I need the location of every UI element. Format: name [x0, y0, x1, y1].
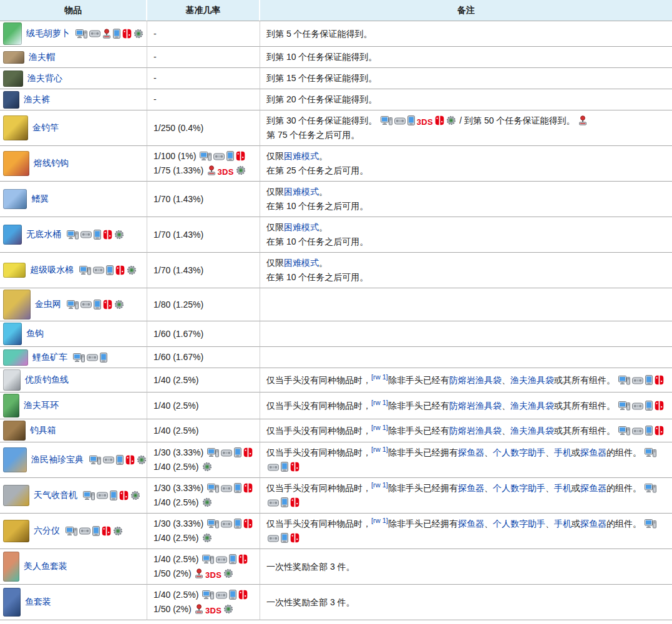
nintendo-switch-icon[interactable] — [238, 590, 248, 600]
console-gamepad-icon[interactable] — [213, 152, 225, 161]
3ds-logo-icon[interactable]: 3DS — [205, 606, 222, 616]
wiki-link[interactable]: 困难模式 — [284, 151, 319, 161]
console-gamepad-icon[interactable] — [632, 427, 643, 436]
tmodloader-gear-icon[interactable] — [223, 568, 233, 578]
item-link[interactable]: 美人鱼套装 — [24, 561, 67, 572]
wiki-link[interactable]: 个人数字助手 — [493, 447, 545, 457]
item-link[interactable]: 金虫网 — [35, 299, 61, 310]
console-gamepad-icon[interactable] — [216, 555, 227, 564]
nintendo-switch-icon[interactable] — [115, 265, 125, 275]
wiki-link[interactable]: 手机 — [554, 519, 572, 529]
item-link[interactable]: 鳍翼 — [31, 193, 49, 205]
console-gamepad-icon[interactable] — [268, 499, 279, 507]
item-link[interactable]: 无底水桶 — [26, 229, 61, 240]
desktop-icon[interactable] — [618, 426, 630, 436]
desktop-icon[interactable] — [89, 455, 101, 465]
desktop-icon[interactable] — [67, 300, 79, 310]
oldgen-joystick-icon[interactable] — [195, 568, 203, 578]
item-link[interactable]: 六分仪 — [34, 525, 60, 537]
mobile-icon[interactable] — [281, 533, 288, 543]
nintendo-switch-icon[interactable] — [102, 526, 111, 536]
nintendo-switch-icon[interactable] — [655, 401, 664, 411]
desktop-icon[interactable] — [75, 29, 87, 39]
console-gamepad-icon[interactable] — [87, 353, 98, 362]
wiki-link[interactable]: 防熔岩渔具袋 — [449, 426, 502, 436]
wiki-link[interactable]: 探鱼器 — [458, 519, 484, 529]
nintendo-switch-icon[interactable] — [122, 29, 132, 39]
reference-link[interactable]: [rw 1] — [371, 517, 388, 524]
nintendo-switch-icon[interactable] — [290, 497, 299, 507]
tmodloader-gear-icon[interactable] — [446, 115, 456, 125]
desktop-icon[interactable] — [67, 230, 79, 240]
item-link[interactable]: 鱼套装 — [25, 597, 51, 608]
item-link[interactable]: 渔夫帽 — [29, 52, 55, 63]
tmodloader-gear-icon[interactable] — [236, 165, 246, 175]
reference-link[interactable]: [rw 1] — [371, 399, 388, 406]
oldgen-joystick-icon[interactable] — [207, 165, 216, 175]
desktop-icon[interactable] — [645, 519, 656, 529]
reference-link[interactable]: [rw 1] — [371, 373, 388, 381]
console-gamepad-icon[interactable] — [394, 117, 406, 125]
mobile-icon[interactable] — [106, 265, 114, 275]
nintendo-switch-icon[interactable] — [125, 455, 135, 465]
console-gamepad-icon[interactable] — [80, 230, 92, 239]
nintendo-switch-icon[interactable] — [119, 490, 129, 500]
tmodloader-gear-icon[interactable] — [114, 230, 124, 240]
item-link[interactable]: 鲤鱼矿车 — [32, 352, 67, 363]
mobile-icon[interactable] — [94, 230, 101, 240]
nintendo-switch-icon[interactable] — [655, 426, 664, 436]
console-gamepad-icon[interactable] — [221, 449, 232, 457]
nintendo-switch-icon[interactable] — [290, 462, 299, 472]
mobile-icon[interactable] — [226, 151, 234, 161]
wiki-link[interactable]: 探鱼器 — [580, 447, 606, 457]
reference-link[interactable]: [rw 1] — [371, 446, 388, 453]
console-gamepad-icon[interactable] — [89, 29, 100, 38]
desktop-icon[interactable] — [79, 265, 91, 275]
item-link[interactable]: 渔民袖珍宝典 — [31, 454, 84, 466]
console-gamepad-icon[interactable] — [632, 376, 643, 385]
console-gamepad-icon[interactable] — [79, 527, 90, 535]
desktop-icon[interactable] — [83, 490, 95, 500]
console-gamepad-icon[interactable] — [97, 491, 108, 500]
nintendo-switch-icon[interactable] — [243, 447, 253, 457]
desktop-icon[interactable] — [200, 151, 212, 161]
desktop-icon[interactable] — [202, 554, 214, 564]
console-gamepad-icon[interactable] — [268, 463, 279, 472]
console-gamepad-icon[interactable] — [216, 591, 227, 600]
mobile-icon[interactable] — [281, 462, 288, 472]
nintendo-switch-icon[interactable] — [290, 533, 299, 543]
mobile-icon[interactable] — [100, 353, 107, 363]
wiki-link[interactable]: 防熔岩渔具袋 — [449, 401, 502, 411]
wiki-link[interactable]: 探鱼器 — [580, 519, 606, 529]
tmodloader-gear-icon[interactable] — [113, 526, 123, 536]
desktop-icon[interactable] — [73, 353, 85, 363]
desktop-icon[interactable] — [66, 526, 77, 536]
wiki-link[interactable]: 探鱼器 — [580, 483, 606, 493]
tmodloader-gear-icon[interactable] — [130, 490, 140, 500]
console-gamepad-icon[interactable] — [632, 402, 643, 411]
desktop-icon[interactable] — [618, 401, 630, 411]
wiki-link[interactable]: 渔夫渔具袋 — [510, 375, 554, 385]
item-link[interactable]: 鱼钩 — [26, 328, 44, 339]
mobile-icon[interactable] — [116, 455, 124, 465]
mobile-icon[interactable] — [645, 375, 653, 385]
console-gamepad-icon[interactable] — [80, 300, 92, 309]
console-gamepad-icon[interactable] — [93, 266, 104, 275]
wiki-link[interactable]: 渔夫渔具袋 — [510, 401, 554, 411]
wiki-link[interactable]: 探鱼器 — [458, 447, 484, 457]
console-gamepad-icon[interactable] — [221, 520, 232, 529]
mobile-icon[interactable] — [645, 401, 653, 411]
nintendo-switch-icon[interactable] — [236, 151, 245, 161]
mobile-icon[interactable] — [113, 29, 120, 39]
wiki-link[interactable]: 手机 — [554, 447, 572, 457]
reference-link[interactable]: [rw 1] — [371, 424, 388, 431]
wiki-link[interactable]: 个人数字助手 — [493, 519, 545, 529]
mobile-icon[interactable] — [92, 526, 100, 536]
3ds-logo-icon[interactable]: 3DS — [218, 167, 234, 177]
tmodloader-gear-icon[interactable] — [127, 265, 137, 275]
wiki-link[interactable]: 困难模式 — [284, 258, 319, 268]
nintendo-switch-icon[interactable] — [243, 519, 253, 529]
mobile-icon[interactable] — [234, 483, 241, 493]
mobile-icon[interactable] — [110, 490, 117, 500]
tmodloader-gear-icon[interactable] — [114, 300, 124, 310]
